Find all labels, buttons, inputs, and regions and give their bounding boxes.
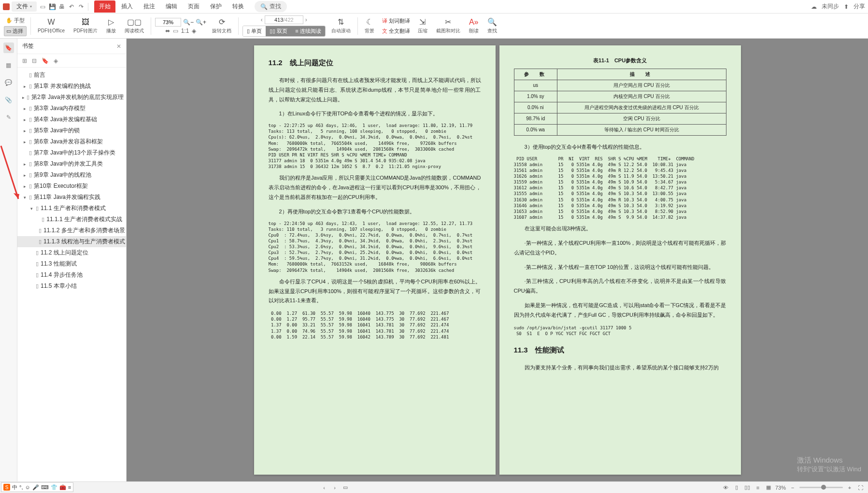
- double-page[interactable]: ▯▯ 双页: [266, 26, 291, 36]
- bookmark-item[interactable]: ▸▯第3章 Java内存模型: [17, 103, 126, 114]
- tab-edit[interactable]: 编辑: [161, 0, 182, 13]
- document-viewer[interactable]: 11.2 线上问题定位 有时候，有很多问题只有在线上或者预发环境才能发现，而线上…: [127, 39, 868, 481]
- redo-icon[interactable]: ↷: [77, 3, 85, 11]
- fit-icon[interactable]: ◈: [192, 28, 196, 34]
- bookmark-item[interactable]: ▯11.2 线上问题定位: [17, 247, 126, 258]
- comment-panel-icon[interactable]: 💬: [3, 77, 14, 88]
- bookmark-panel-icon[interactable]: 🔖: [3, 42, 14, 53]
- tab-insert[interactable]: 插入: [116, 0, 138, 13]
- tab-convert[interactable]: 转换: [228, 0, 249, 13]
- ime-emoji-icon[interactable]: ☺: [25, 484, 30, 490]
- tab-annotate[interactable]: 批注: [139, 0, 160, 13]
- bookmark-item[interactable]: ▸▯第9章 Java中的线程池: [17, 169, 126, 181]
- pdf-to-image[interactable]: 🖼PDF转图片: [71, 18, 100, 34]
- ime-skin-icon[interactable]: 👕: [51, 484, 57, 491]
- select-tool[interactable]: ▭ 选择: [4, 26, 27, 36]
- close-icon[interactable]: ✕: [116, 43, 121, 50]
- thumbnail-panel-icon[interactable]: ▦: [3, 60, 14, 70]
- zoom-in-status-icon[interactable]: +: [846, 484, 854, 492]
- page-nav-icon[interactable]: ▭: [342, 484, 349, 492]
- full-translate[interactable]: 文 全文翻译: [380, 27, 412, 36]
- save-icon[interactable]: 💾: [48, 3, 56, 11]
- bookmark-item[interactable]: ▾▯第11章 Java并发编程实践: [17, 192, 126, 203]
- auto-scroll[interactable]: ⇅自动滚动: [328, 17, 354, 34]
- undo-icon[interactable]: ↶: [68, 3, 75, 11]
- bookmark-item[interactable]: ▾▯11.1 生产者和消费者模式: [17, 203, 126, 214]
- bookmark-item[interactable]: ▯前言: [17, 70, 126, 81]
- view-grid-icon[interactable]: ▦: [765, 484, 772, 492]
- expand-all-icon[interactable]: ⊞: [22, 57, 27, 64]
- edit-panel-icon[interactable]: ✎: [3, 112, 14, 123]
- cloud-icon[interactable]: ☁: [811, 3, 817, 10]
- bookmark-item[interactable]: ▯11.4 异步任务池: [17, 269, 126, 281]
- fullscreen-icon[interactable]: ⛶: [856, 484, 864, 492]
- prev-page-icon[interactable]: ‹: [261, 16, 263, 23]
- bookmark-item[interactable]: ▸▯第6章 Java并发容器和框架: [17, 136, 126, 147]
- single-page[interactable]: ▯ 单页: [243, 26, 266, 36]
- bookmark-item[interactable]: ▯11.1.1 生产者消费者模式实战: [17, 214, 126, 225]
- ime-settings-icon[interactable]: ≡: [68, 484, 71, 490]
- bookmark-item[interactable]: ▸▯第1章 并发编程的挑战: [17, 81, 126, 92]
- bookmark-item[interactable]: ▯11.3 性能测试: [17, 258, 126, 269]
- tab-start[interactable]: 开始: [94, 0, 115, 13]
- word-icon: W: [47, 18, 55, 27]
- hand-tool[interactable]: ✋ 手型: [4, 16, 27, 25]
- bookmark-icon[interactable]: ◈: [54, 57, 58, 64]
- read-mode[interactable]: ▢▢阅读模式: [122, 17, 147, 34]
- continuous[interactable]: ≡ 连续阅读: [291, 26, 325, 36]
- share-icon[interactable]: ⬆: [844, 3, 849, 10]
- fit-width-icon[interactable]: ⬌: [165, 28, 170, 34]
- fit-page-icon[interactable]: ▭: [173, 28, 178, 34]
- ime-punct-icon[interactable]: °,: [19, 484, 23, 490]
- code-block: top - 22:27:25 up 463 days, 12:46, 1 use…: [269, 123, 481, 169]
- play-button[interactable]: ▷播放: [103, 17, 119, 34]
- view-single-icon[interactable]: ▯: [733, 484, 740, 492]
- find[interactable]: 🔍查找: [484, 17, 500, 34]
- actual-size-icon[interactable]: 1:1: [181, 28, 189, 34]
- slider-knob[interactable]: [821, 485, 826, 490]
- tab-page[interactable]: 页面: [183, 0, 204, 13]
- rotate[interactable]: ⟳旋转文档: [209, 17, 234, 34]
- open-icon[interactable]: ▭: [39, 3, 46, 11]
- prev-icon[interactable]: ‹: [320, 484, 328, 492]
- view-eye-icon[interactable]: 👁: [722, 484, 730, 492]
- bookmark-item[interactable]: ▯11.1.3 线程池与生产消费者模式: [17, 236, 126, 247]
- collapse-all-icon[interactable]: ⊟: [32, 57, 37, 64]
- zoom-out-icon[interactable]: 🔍−: [183, 19, 194, 26]
- page-indicator[interactable]: 413/422: [265, 15, 303, 24]
- bookmark-item[interactable]: ▯第7章 Java中的13个原子操作类: [17, 147, 126, 158]
- view-cont-icon[interactable]: ≡: [754, 484, 762, 492]
- zoom-input[interactable]: [155, 18, 181, 27]
- tab-protect[interactable]: 保护: [205, 0, 227, 13]
- bookmark-label: 第8章 Java中的并发工具类: [34, 160, 103, 168]
- ime-bar[interactable]: S 中 °, ☺ 🎤 ⌨ 👕 🧰 ≡: [1, 482, 73, 492]
- menubar: 文件 ▾ ▭ 💾 🖶 ↶ ↷ 开始 插入 批注 编辑 页面 保护 转换 🔍 查找…: [0, 0, 868, 14]
- bookmark-item[interactable]: ▸▯第5章 Java中的锁: [17, 125, 126, 136]
- file-menu[interactable]: 文件 ▾: [12, 1, 37, 12]
- bookmark-item[interactable]: ▸▯第10章 Executor框架: [17, 181, 126, 192]
- read-aloud[interactable]: A»朗读: [466, 18, 482, 34]
- bookmark-add-icon[interactable]: 🔖: [42, 57, 49, 64]
- bookmark-item[interactable]: ▯11.1.2 多生产者和多消费者场景: [17, 225, 126, 236]
- bookmark-item[interactable]: ▸▯第4章 Java并发编程基础: [17, 114, 126, 125]
- search-button[interactable]: 🔍 查找: [255, 1, 287, 12]
- background[interactable]: ☾背景: [362, 17, 377, 34]
- next-icon[interactable]: ›: [331, 484, 339, 492]
- compress[interactable]: ⇲压缩: [415, 17, 430, 34]
- bookmark-item[interactable]: ▸▯第8章 Java中的并发工具类: [17, 158, 126, 169]
- ime-mic-icon[interactable]: 🎤: [32, 484, 39, 491]
- pdf-to-office[interactable]: WPDF转Office: [35, 18, 68, 34]
- ime-keyboard-icon[interactable]: ⌨: [41, 484, 49, 491]
- compare[interactable]: ✂截图和对比: [433, 17, 463, 34]
- attachment-panel-icon[interactable]: 📎: [3, 95, 14, 105]
- zoom-slider[interactable]: [799, 487, 843, 488]
- zoom-out-status-icon[interactable]: −: [789, 484, 797, 492]
- bookmark-item[interactable]: ▸▯第2章 Java并发机制的底层实现原理: [17, 92, 126, 103]
- word-translate[interactable]: 译 划词翻译: [380, 16, 412, 26]
- zoom-in-icon[interactable]: 🔍+: [196, 19, 206, 26]
- print-icon[interactable]: 🖶: [58, 3, 66, 11]
- bookmark-item[interactable]: ▯11.5 本章小结: [17, 281, 126, 292]
- next-page-icon[interactable]: ›: [305, 16, 307, 23]
- ime-toolbox-icon[interactable]: 🧰: [59, 484, 66, 491]
- view-double-icon[interactable]: ▯▯: [743, 484, 751, 492]
